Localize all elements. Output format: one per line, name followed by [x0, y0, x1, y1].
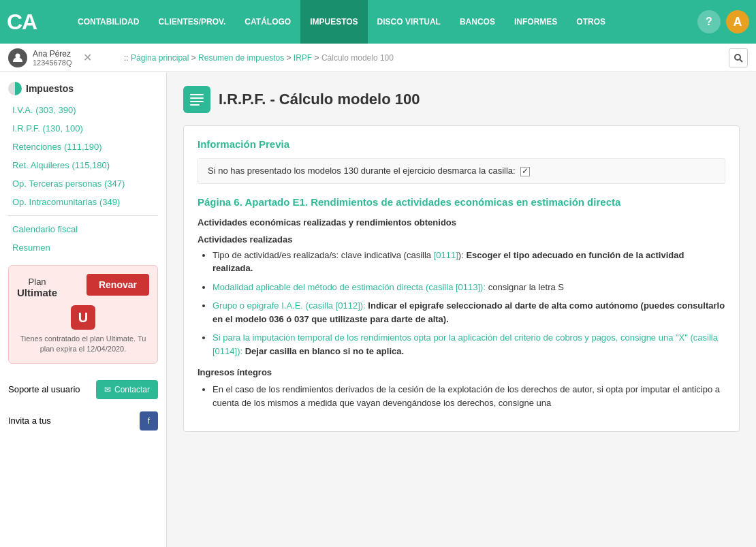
invite-label: Invita a tus — [8, 416, 51, 426]
user-avatar-small — [8, 48, 27, 67]
info-box: Si no has presentado los modelos 130 dur… — [198, 158, 725, 184]
nav-menu: CONTABILIDAD CLIENTES/PROV. CATÁLOGO IMP… — [68, 0, 697, 44]
renew-button[interactable]: Renovar — [86, 274, 149, 296]
page-title-row: I.R.P.F. - Cálculo modelo 100 — [183, 86, 740, 113]
checkbox-casilla[interactable] — [520, 167, 530, 176]
sidebar-item-terceras[interactable]: Op. Terceras personas (347) — [0, 174, 166, 193]
bullet-2-rest: consignar la letra S — [488, 282, 564, 292]
sidebar-item-alquileres[interactable]: Ret. Alquileres (115,180) — [0, 156, 166, 174]
code-0111: [0111] — [434, 250, 458, 260]
facebook-icon: f — [148, 416, 150, 426]
user-details: Ana Pérez 12345678Q — [33, 49, 72, 67]
breadcrumb-principal[interactable]: Página principal — [131, 53, 189, 63]
sidebar-item-retenciones[interactable]: Retenciones (111,190) — [0, 138, 166, 156]
breadcrumb-irpf[interactable]: IRPF — [294, 53, 312, 63]
main-layout: Impuestos I.V.A. (303, 390) I.R.P.F. (13… — [0, 72, 756, 547]
bullet-item-3: Grupo o epigrafe I.A.E. (casilla [0112])… — [212, 299, 725, 326]
bullet-item-2: Modalidad aplicable del método de estima… — [212, 281, 725, 294]
sidebar-calendario[interactable]: Calendario fiscal — [0, 220, 166, 238]
bullet-2-green: Modalidad aplicable del método de estima… — [212, 282, 486, 292]
svg-rect-3 — [190, 94, 204, 95]
info-previa-title: Información Previa — [198, 138, 725, 150]
secondary-header: Ana Pérez 12345678Q ✕ :: Página principa… — [0, 44, 756, 72]
invite-button[interactable]: f — [140, 411, 158, 431]
user-name: Ana Pérez — [33, 49, 72, 59]
actividades-list: Tipo de actividad/es realizada/s: clave … — [212, 249, 725, 358]
help-button[interactable]: ? — [697, 10, 721, 33]
search-button[interactable] — [729, 48, 748, 67]
breadcrumb-current: Cálculo modelo 100 — [321, 53, 394, 63]
nav-otros[interactable]: OTROS — [567, 0, 615, 44]
content-card: Información Previa Si no has presentado … — [183, 125, 740, 432]
contact-icon: ✉ — [104, 385, 111, 394]
ingresos-list: En el caso de los rendimientos derivados… — [212, 383, 725, 409]
user-avatar-button[interactable]: A — [726, 10, 749, 33]
svg-point-1 — [735, 54, 740, 60]
page-title-icon — [183, 86, 210, 113]
sidebar-item-iva[interactable]: I.V.A. (303, 390) — [0, 101, 166, 119]
nav-informes[interactable]: INFORMES — [505, 0, 567, 44]
content-area: I.R.P.F. - Cálculo modelo 100 Informació… — [167, 72, 756, 547]
ingresos-bullet-1: En el caso de los rendimientos derivados… — [212, 383, 725, 409]
svg-line-2 — [740, 59, 743, 62]
plan-name: Ultimate — [17, 287, 57, 298]
invite-box: Invita a tus f — [8, 411, 158, 431]
plan-badge: U — [71, 305, 95, 330]
bullet-4-bold: Dejar casilla en blanco si no te aplica. — [245, 346, 404, 356]
nav-bancos[interactable]: BANCOS — [450, 0, 505, 44]
svg-rect-6 — [190, 104, 200, 106]
breadcrumb-resumen[interactable]: Resumen de impuestos — [198, 53, 284, 63]
impuestos-icon — [8, 82, 22, 95]
nav-right: ? A — [697, 10, 749, 33]
sidebar-item-intracomunitarias[interactable]: Op. Intracomunitarias (349) — [0, 193, 166, 211]
svg-rect-5 — [190, 101, 204, 102]
page-title: I.R.P.F. - Cálculo modelo 100 — [219, 91, 420, 108]
nav-clientes[interactable]: CLIENTES/PROV. — [148, 0, 235, 44]
nav-contabilidad[interactable]: CONTABILIDAD — [68, 0, 148, 44]
sidebar-title-label: Impuestos — [26, 83, 74, 94]
breadcrumb: :: Página principal > Resumen de impuest… — [124, 53, 722, 63]
info-text: Si no has presentado los modelos 130 dur… — [208, 166, 516, 176]
user-id: 12345678Q — [33, 59, 72, 67]
sidebar-resumen[interactable]: Resumen — [0, 238, 166, 257]
page-section-title: Página 6. Apartado E1. Rendimientos de a… — [198, 195, 725, 209]
plan-box: Plan Ultimate Renovar U Tienes contratad… — [8, 265, 158, 364]
nav-impuestos[interactable]: IMPUESTOS — [300, 0, 367, 44]
contact-button[interactable]: ✉ Contactar — [96, 380, 158, 399]
bullet-3-green: Grupo o epigrafe I.A.E. (casilla [0112])… — [212, 300, 366, 311]
app-logo: CA — [7, 10, 54, 35]
sidebar: Impuestos I.V.A. (303, 390) I.R.P.F. (13… — [0, 72, 167, 547]
top-navigation: CA CONTABILIDAD CLIENTES/PROV. CATÁLOGO … — [0, 0, 756, 44]
bullet-item-4: Si para la imputación temporal de los re… — [212, 331, 725, 358]
user-info: Ana Pérez 12345678Q ✕ — [8, 48, 117, 67]
support-label: Soporte al usuario — [8, 384, 80, 394]
sidebar-item-irpf[interactable]: I.R.P.F. (130, 100) — [0, 119, 166, 138]
nav-disco[interactable]: DISCO VIRTUAL — [368, 0, 450, 44]
support-box: Soporte al usuario ✉ Contactar — [8, 380, 158, 399]
bullet-item-1: Tipo de actividad/es realizada/s: clave … — [212, 249, 725, 275]
plan-description: Tienes contratado el plan Ultimate. Tu p… — [17, 334, 149, 355]
sidebar-section-title: Impuestos — [0, 72, 166, 101]
sidebar-divider — [8, 215, 158, 216]
svg-rect-4 — [190, 97, 204, 99]
settings-icon[interactable]: ✕ — [83, 51, 92, 64]
nav-catalogo[interactable]: CATÁLOGO — [235, 0, 300, 44]
actividades-subsection: Actividades realizadas — [198, 234, 725, 245]
activities-header: Actividades económicas realizadas y rend… — [198, 217, 725, 228]
plan-label: Plan — [29, 277, 46, 287]
ingresos-title: Ingresos íntegros — [198, 367, 725, 377]
